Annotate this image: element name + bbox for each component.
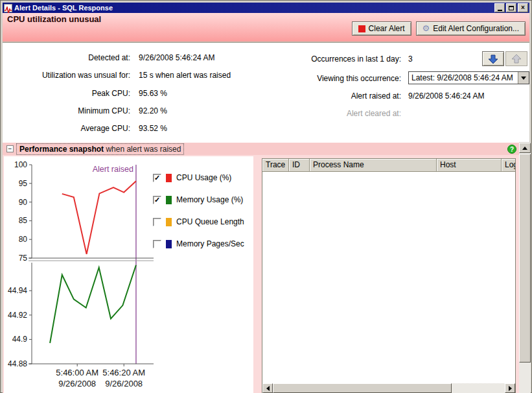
- alert-details-window: Alert Details - SQL Response × CPU utili…: [0, 0, 532, 393]
- alert-header: CPU utilization unusual Clear Alert Edit…: [3, 13, 529, 42]
- column-id[interactable]: ID: [289, 159, 310, 172]
- svg-text:75: 75: [19, 254, 28, 263]
- column-process-name[interactable]: Process Name: [310, 159, 437, 172]
- performance-snapshot-subtitle: when alert was raised: [106, 145, 181, 154]
- gear-icon: [422, 24, 430, 33]
- clear-alert-button[interactable]: Clear Alert: [352, 21, 411, 36]
- arrow-up-small-icon: [522, 147, 527, 150]
- svg-text:9/26/2008: 9/26/2008: [105, 379, 143, 388]
- performance-snapshot-header: Performance snapshot when alert was rais…: [3, 142, 519, 155]
- chevron-down-icon: [521, 77, 526, 80]
- edit-alert-config-label: Edit Alert Configuration...: [433, 24, 519, 33]
- arrow-right-icon: [509, 386, 512, 391]
- occurrences-value: 3: [408, 54, 413, 64]
- legend-row-memory-usage: ✓ Memory Usage (%): [153, 195, 243, 204]
- memory-usage-label: Memory Usage (%): [176, 195, 243, 204]
- cpu-queue-label: CPU Queue Length: [176, 217, 244, 226]
- memory-pages-label: Memory Pages/Sec: [176, 239, 244, 248]
- memory-pages-checkbox[interactable]: [153, 240, 161, 248]
- app-pulse-icon: [4, 4, 12, 12]
- memory-usage-checkbox[interactable]: ✓: [153, 196, 161, 204]
- arrow-down-icon: [488, 54, 498, 64]
- svg-text:90: 90: [19, 198, 28, 207]
- legend-row-cpu-usage: ✓ CPU Usage (%): [153, 173, 231, 182]
- process-table-header: Trace ID Process Name Host Login: [262, 159, 515, 172]
- vertical-scroll-thumb[interactable]: [519, 154, 531, 363]
- title-bar: Alert Details - SQL Response ×: [3, 3, 529, 13]
- close-icon: ×: [521, 5, 525, 11]
- next-occurrence-button[interactable]: [505, 51, 527, 66]
- scroll-right-button[interactable]: [505, 383, 515, 393]
- vertical-scroll-track[interactable]: [519, 153, 531, 393]
- cpu-usage-label: CPU Usage (%): [176, 173, 231, 182]
- occurrence-select[interactable]: Latest: 9/26/2008 5:46:24 AM: [408, 71, 529, 84]
- svg-text:44.9: 44.9: [12, 335, 28, 344]
- memory-pages-swatch: [166, 240, 172, 248]
- maximize-button[interactable]: [506, 3, 516, 12]
- edit-alert-config-button[interactable]: Edit Alert Configuration...: [416, 21, 526, 36]
- svg-text:5:46:00 AM: 5:46:00 AM: [56, 368, 98, 377]
- alert-raised-at-value: 9/26/2008 5:46:24 AM: [408, 91, 484, 101]
- performance-chart-panel: 100959085807544.9444.9244.944.885:46:00 …: [4, 156, 253, 393]
- performance-snapshot-body: 100959085807544.9444.9244.944.885:46:00 …: [3, 155, 519, 393]
- performance-snapshot-title: Performance snapshot: [19, 145, 104, 154]
- column-host[interactable]: Host: [437, 159, 502, 172]
- previous-occurrence-button[interactable]: [482, 51, 504, 66]
- cpu-usage-checkbox[interactable]: ✓: [153, 174, 161, 182]
- window-title: Alert Details - SQL Response: [14, 4, 493, 12]
- column-login[interactable]: Login: [502, 159, 515, 172]
- svg-text:95: 95: [19, 179, 28, 188]
- svg-text:44.88: 44.88: [8, 359, 27, 368]
- svg-text:44.94: 44.94: [8, 286, 27, 295]
- cpu-queue-checkbox[interactable]: [153, 218, 161, 226]
- collapse-icon[interactable]: [6, 145, 14, 152]
- process-table: Trace ID Process Name Host Login: [262, 158, 516, 393]
- cpu-usage-swatch: [166, 174, 172, 182]
- svg-text:85: 85: [19, 216, 28, 225]
- horizontal-scrollbar[interactable]: [262, 383, 515, 393]
- arrow-left-icon: [266, 386, 270, 391]
- legend-row-memory-pages: Memory Pages/Sec: [153, 239, 244, 248]
- minimize-icon: [498, 10, 502, 11]
- viewing-occurrence-label: Viewing this occurrence:: [272, 74, 401, 83]
- svg-text:100: 100: [14, 160, 27, 169]
- average-cpu-label: Average CPU:: [19, 124, 130, 133]
- alert-cleared-at-label: Alert cleared at:: [272, 109, 401, 118]
- help-icon[interactable]: [507, 145, 516, 154]
- svg-text:5:46:20 AM: 5:46:20 AM: [102, 368, 145, 377]
- occurrence-select-value: Latest: 9/26/2008 5:46:24 AM: [409, 73, 518, 82]
- arrow-up-icon: [511, 54, 522, 64]
- cpu-queue-swatch: [166, 218, 172, 226]
- svg-text:80: 80: [19, 235, 28, 244]
- alert-details-panel: Detected at: 9/26/2008 5:46:24 AM Utiliz…: [3, 43, 529, 142]
- memory-usage-swatch: [166, 196, 172, 204]
- clear-alert-label: Clear Alert: [369, 24, 405, 33]
- maximize-icon: [509, 6, 514, 10]
- average-cpu-value: 93.52 %: [139, 124, 167, 133]
- minimize-button[interactable]: [494, 3, 505, 12]
- svg-text:Alert raised: Alert raised: [93, 165, 133, 174]
- scroll-up-button[interactable]: [519, 143, 531, 153]
- scroll-left-button[interactable]: [262, 383, 273, 393]
- legend-row-cpu-queue: CPU Queue Length: [153, 217, 244, 226]
- column-trace[interactable]: Trace: [262, 159, 289, 172]
- occurrences-label: Occurrences in last 1 day:: [272, 54, 401, 64]
- performance-snapshot-title-box[interactable]: Performance snapshot when alert was rais…: [16, 143, 184, 155]
- svg-text:9/26/2008: 9/26/2008: [58, 379, 96, 388]
- svg-text:44.92: 44.92: [8, 311, 27, 320]
- combo-dropdown-button[interactable]: [518, 72, 529, 84]
- performance-chart: 100959085807544.9444.9244.944.885:46:00 …: [4, 156, 253, 393]
- close-button[interactable]: ×: [518, 3, 528, 12]
- alert-name: CPU utilization unusual: [7, 14, 101, 24]
- clear-alert-icon: [358, 25, 365, 32]
- vertical-scrollbar[interactable]: [519, 143, 531, 393]
- horizontal-scroll-thumb[interactable]: [273, 383, 452, 393]
- alert-raised-at-label: Alert raised at:: [272, 91, 401, 101]
